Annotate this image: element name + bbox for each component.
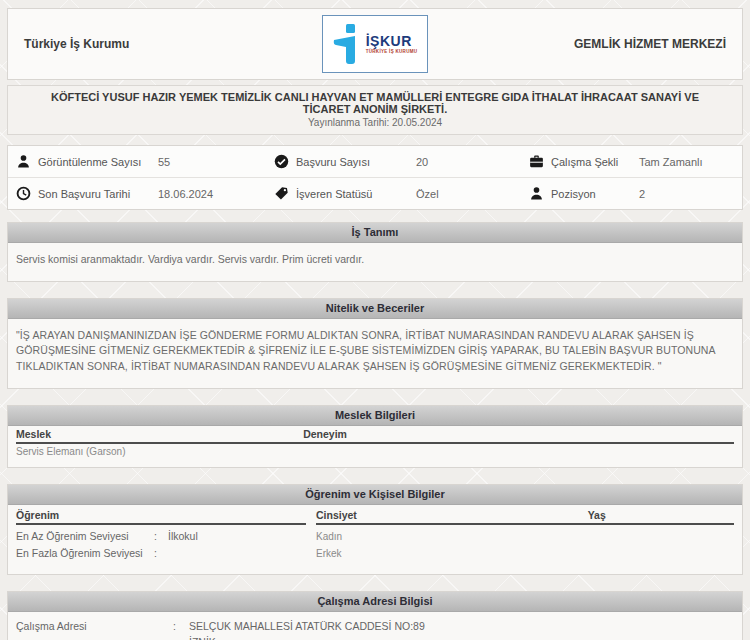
education-col-header: Öğrenim	[16, 509, 306, 525]
experience-col-header: Deneyim	[303, 428, 734, 444]
gender-col-header: Cinsiyet	[316, 509, 588, 521]
work-address-line-2: İZNİK	[189, 635, 734, 640]
person-icon	[529, 186, 544, 201]
work-type-label: Çalışma Şekli	[551, 156, 618, 168]
job-description-section: İş Tanımı Servis komisi aranmaktadır. Va…	[7, 222, 743, 282]
stats-row-1: Görüntülenme Sayısı 55 Başvuru Sayısı 20…	[8, 146, 742, 177]
gender-value-female: Kadın	[316, 528, 734, 545]
occupation-table-row: Servis Elemanı (Garson)	[8, 444, 742, 467]
work-address-row: Çalışma Adresi : SELÇUK MAHALLESİ ATATÜR…	[8, 612, 742, 640]
job-posting-page: Türkiye İş Kurumu İŞKUR TÜRKİYE İŞ KURUM…	[0, 0, 750, 640]
applications-label-cell: Başvuru Sayısı	[266, 146, 416, 177]
colon: :	[154, 545, 168, 562]
address-header: Çalışma Adresi Bilgisi	[8, 592, 742, 612]
work-address-label: Çalışma Adresi	[16, 619, 173, 640]
colon: :	[173, 619, 189, 640]
iskur-logo-text: İŞKUR TÜRKİYE İŞ KURUMU	[366, 34, 418, 55]
min-education-row: En Az Öğrenim Seviyesi : İlkokul	[16, 528, 306, 545]
iskur-logo-subtitle: TÜRKİYE İŞ KURUMU	[366, 50, 418, 55]
stats-row-2: Son Başvuru Tarihi 18.06.2024 İşveren St…	[8, 177, 742, 209]
work-address-line-1: SELÇUK MAHALLESİ ATATÜRK CADDESİ NO:89	[189, 619, 734, 635]
title-bar: KÖFTECİ YUSUF HAZIR YEMEK TEMİZLİK CANLI…	[7, 85, 743, 135]
education-rows: En Az Öğrenim Seviyesi : İlkokul En Fazl…	[16, 528, 306, 562]
experience-value	[303, 446, 734, 457]
max-education-label: En Fazla Öğrenim Seviyesi	[16, 545, 154, 562]
address-section: Çalışma Adresi Bilgisi Çalışma Adresi : …	[7, 591, 743, 640]
colon: :	[154, 528, 168, 545]
deadline-value: 18.06.2024	[158, 188, 266, 200]
position-value: 2	[639, 188, 742, 200]
qualifications-body: "İŞ ARAYAN DANIŞMANINIZDAN İŞE GÖNDERME …	[8, 319, 742, 388]
gender-values: Kadın Erkek	[316, 528, 734, 562]
education-right-column: Cinsiyet Yaş Kadın Erkek	[316, 509, 734, 562]
occupation-table-head: Meslek Deneyim	[8, 426, 742, 444]
briefcase-icon	[529, 154, 544, 169]
work-type-value: Tam Zamanlı	[639, 156, 742, 168]
position-label-cell: Pozisyon	[521, 178, 639, 209]
education-header: Öğrenim ve Kişisel Bilgiler	[8, 485, 742, 505]
tag-icon	[274, 186, 289, 201]
applications-label: Başvuru Sayısı	[296, 156, 370, 168]
age-col-header: Yaş	[588, 509, 734, 521]
check-circle-icon	[274, 154, 289, 169]
views-label-cell: Görüntülenme Sayısı	[8, 146, 158, 177]
education-left-column: Öğrenim En Az Öğrenim Seviyesi : İlkokul…	[16, 509, 306, 562]
work-address-value: SELÇUK MAHALLESİ ATATÜRK CADDESİ NO:89 İ…	[189, 619, 734, 640]
employer-status-label: İşveren Statüsü	[296, 188, 372, 200]
iskur-logo-name: İŞKUR	[366, 34, 418, 48]
occupation-value: Servis Elemanı (Garson)	[16, 446, 303, 457]
min-education-value: İlkokul	[168, 528, 198, 545]
qualifications-header: Nitelik ve Beceriler	[8, 299, 742, 319]
position-label: Pozisyon	[551, 188, 596, 200]
occupation-section: Meslek Bilgileri Meslek Deneyim Servis E…	[7, 405, 743, 468]
published-date: Yayınlanma Tarihi: 20.05.2024	[32, 117, 718, 128]
applications-value: 20	[416, 156, 521, 168]
education-grid: Öğrenim En Az Öğrenim Seviyesi : İlkokul…	[8, 505, 742, 574]
iskur-logo-icon	[333, 23, 359, 65]
service-center-name: GEMLİK HİZMET MERKEZİ	[574, 37, 726, 51]
page-header: Türkiye İş Kurumu İŞKUR TÜRKİYE İŞ KURUM…	[7, 8, 743, 80]
views-value: 55	[158, 156, 266, 168]
employer-status-label-cell: İşveren Statüsü	[266, 178, 416, 209]
gender-value-male: Erkek	[316, 545, 734, 562]
occupation-col-header: Meslek	[16, 428, 303, 444]
deadline-label: Son Başvuru Tarihi	[38, 188, 130, 200]
gender-age-header-row: Cinsiyet Yaş	[316, 509, 734, 525]
clock-icon	[16, 186, 31, 201]
deadline-label-cell: Son Başvuru Tarihi	[8, 178, 158, 209]
job-description-header: İş Tanımı	[8, 223, 742, 243]
views-label: Görüntülenme Sayısı	[38, 156, 141, 168]
work-type-label-cell: Çalışma Şekli	[521, 146, 639, 177]
education-section: Öğrenim ve Kişisel Bilgiler Öğrenim En A…	[7, 484, 743, 575]
agency-name: Türkiye İş Kurumu	[24, 37, 129, 51]
employer-status-value: Özel	[416, 188, 521, 200]
max-education-row: En Fazla Öğrenim Seviyesi :	[16, 545, 306, 562]
company-title: KÖFTECİ YUSUF HAZIR YEMEK TEMİZLİK CANLI…	[32, 91, 718, 115]
iskur-logo: İŞKUR TÜRKİYE İŞ KURUMU	[322, 15, 428, 73]
job-description-body: Servis komisi aranmaktadır. Vardiya vard…	[8, 243, 742, 281]
min-education-label: En Az Öğrenim Seviyesi	[16, 528, 154, 545]
occupation-header: Meslek Bilgileri	[8, 406, 742, 426]
qualifications-section: Nitelik ve Beceriler "İŞ ARAYAN DANIŞMAN…	[7, 298, 743, 389]
person-icon	[16, 154, 31, 169]
stats-box: Görüntülenme Sayısı 55 Başvuru Sayısı 20…	[7, 145, 743, 210]
